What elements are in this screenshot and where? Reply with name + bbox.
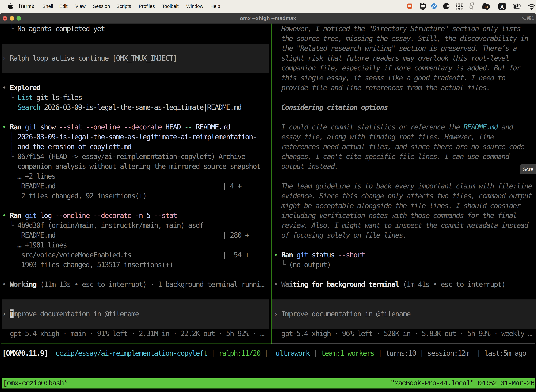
svg-text:..61: ..61 bbox=[483, 5, 488, 9]
svg-text:A: A bbox=[500, 4, 504, 10]
